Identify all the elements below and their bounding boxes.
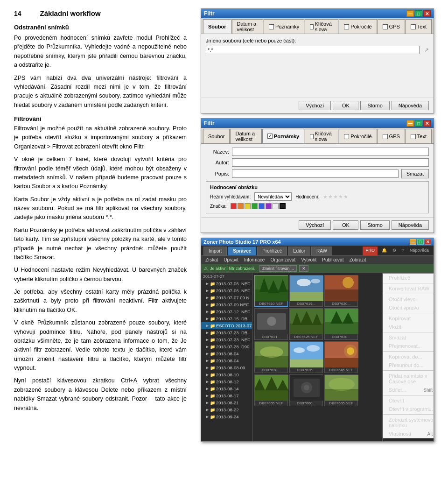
zps-nav-prohli[interactable]: Prohlížeč bbox=[257, 247, 287, 255]
zps-folder-3[interactable]: ▶ 📁 2013-07-07 09 N bbox=[201, 294, 252, 301]
dialog1-filename-input[interactable] bbox=[206, 46, 420, 54]
dialog2-nazev-input[interactable] bbox=[232, 148, 429, 156]
ctx-pridatna[interactable]: Přidat na místo v Časové ose bbox=[383, 372, 434, 386]
dialog2-star4[interactable]: ★ bbox=[338, 194, 343, 200]
dialog2-ok-btn[interactable]: OK bbox=[333, 220, 358, 230]
dialog2-default-btn[interactable]: Výchozí bbox=[299, 220, 331, 230]
zps-folder-5[interactable]: ▶ 📁 2013-07-12_NEF_ bbox=[201, 308, 252, 315]
dialog2-tab-poznamky[interactable]: Poznámky bbox=[262, 129, 304, 143]
dialog2-tab-gps[interactable]: GPS bbox=[378, 129, 405, 143]
zps-folder-16[interactable]: ▶ 📁 2013-08-17 bbox=[201, 392, 252, 399]
zps-maximize-btn[interactable]: □ bbox=[417, 239, 424, 245]
ctx-vlastnosti[interactable]: Vlastnosti Alt+Enter bbox=[383, 430, 434, 438]
thumb-8[interactable]: DB07635... bbox=[289, 341, 323, 373]
dialog2-mode-dropdown[interactable]: Nevyhledávat Přesně Alespoň Nejvýše bbox=[254, 192, 292, 201]
dialog2-color-yellow[interactable] bbox=[245, 203, 251, 209]
zps-nav-spravce[interactable]: Správce bbox=[228, 247, 256, 255]
ctx-kopirovat-do[interactable]: Kopírovat do... Alt+C bbox=[383, 353, 434, 361]
zps-menu-organizovat[interactable]: Organizovat bbox=[267, 256, 298, 263]
dialog1-minimize-btn[interactable]: — bbox=[406, 10, 414, 17]
thumb-9[interactable]: DB07645.NEF bbox=[324, 341, 358, 373]
dialog2-tab-text[interactable]: Text bbox=[406, 129, 432, 143]
zps-folder-11[interactable]: ▶ 📁 2013-08-04 bbox=[201, 357, 252, 364]
zps-nav-help[interactable]: ? bbox=[399, 247, 406, 255]
thumb-10[interactable]: DB07655.NEF bbox=[254, 374, 288, 406]
zps-menu-zobrazit[interactable]: Zobrazit bbox=[346, 256, 369, 263]
dialog1-tab-soubor[interactable]: Soubor bbox=[203, 19, 231, 34]
dialog2-tab-soubor[interactable]: Soubor bbox=[203, 129, 230, 143]
dialog1-default-btn[interactable]: Výchozí bbox=[299, 101, 331, 110]
zps-folder-19[interactable]: ▶ 📁 2013-09-24 bbox=[201, 413, 252, 420]
dialog1-tab-kw[interactable]: Klíčová slova bbox=[305, 19, 338, 34]
dialog2-star3[interactable]: ★ bbox=[333, 194, 338, 200]
zps-nav-import[interactable]: Import bbox=[203, 247, 227, 255]
dialog2-help-btn[interactable]: Nápověda bbox=[392, 220, 429, 230]
zps-minimize-btn[interactable]: — bbox=[410, 239, 416, 245]
ctx-zobrazit[interactable]: Zobrazit systémovou nabídku bbox=[383, 416, 434, 430]
zps-folder-14[interactable]: ▶ 📁 2013-08-12 bbox=[201, 378, 252, 385]
dialog1-tab-poznamky[interactable]: Poznámky bbox=[264, 19, 304, 34]
dialog2-color-red[interactable] bbox=[231, 203, 237, 209]
dialog2-popis-input[interactable] bbox=[232, 169, 399, 178]
dialog2-color-blue[interactable] bbox=[259, 203, 265, 209]
ctx-smazat[interactable]: Smazat Del bbox=[383, 333, 434, 342]
dialog2-tab-kw[interactable]: Klíčová slova bbox=[305, 129, 338, 143]
thumb-2[interactable]: DB07619... bbox=[289, 275, 323, 307]
zps-nav-napoveda[interactable]: Nápověda bbox=[407, 247, 431, 255]
dialog1-maximize-btn[interactable]: □ bbox=[415, 10, 422, 17]
dialog2-tab-pokr[interactable]: Pokročilé bbox=[339, 129, 377, 143]
thumb-5[interactable]: DB07625.NEF bbox=[289, 308, 323, 340]
ctx-konvert[interactable]: Konvertovat RAW bbox=[383, 284, 434, 293]
ctx-prohli[interactable]: Prohlížeč F4 bbox=[383, 274, 434, 282]
zps-folder-4[interactable]: ▶ 📁 2013-07-09 NEF_ bbox=[201, 301, 252, 308]
ctx-otocvlevo[interactable]: Otočit vlevo Ctrl+L bbox=[383, 295, 434, 303]
zps-nav-raw[interactable]: RAW bbox=[311, 247, 332, 255]
zps-folder-13[interactable]: ▶ 📁 2013-08-10 bbox=[201, 371, 252, 378]
dialog2-delete-btn[interactable]: Smazat bbox=[401, 169, 429, 178]
zps-folder-2[interactable]: ▶ 📁 2013-07-06_NEF_ bbox=[201, 287, 252, 294]
dialog2-color-orange[interactable] bbox=[238, 203, 244, 209]
zps-folder-7[interactable]: ▶ 📁 2013-07-23_DB bbox=[201, 329, 252, 336]
ctx-otevrit-v[interactable]: Otevřít v programu... bbox=[383, 405, 434, 413]
zps-nav-editor[interactable]: Editor bbox=[288, 247, 310, 255]
dialog2-color-white[interactable] bbox=[273, 203, 279, 209]
ctx-vlozit[interactable]: Vložit bbox=[383, 323, 434, 331]
zps-menu-upravit[interactable]: Upravit bbox=[221, 256, 241, 263]
dialog1-help-btn[interactable]: Nápověda bbox=[392, 101, 429, 110]
thumb-7[interactable]: DB07630... bbox=[254, 341, 288, 373]
dialog2-cancel-btn[interactable]: Storno bbox=[360, 220, 389, 230]
dialog1-cancel-btn[interactable]: Storno bbox=[360, 101, 389, 110]
zps-folder-6[interactable]: ▶ 📁 2013-07-15_DB bbox=[201, 315, 252, 322]
ctx-sdilet[interactable]: Sdílet... Shift+Enter bbox=[383, 386, 434, 394]
thumb-1[interactable]: DB07610.NEF bbox=[254, 275, 288, 307]
ctx-otevrit[interactable]: Otevřít bbox=[383, 396, 434, 405]
zps-menu-ziskat[interactable]: Získat bbox=[203, 256, 221, 263]
thumb-11[interactable]: DB07660... bbox=[289, 374, 323, 406]
zps-folder-12[interactable]: ▶ 📁 2013-08-08-09 bbox=[201, 364, 252, 371]
zps-menu-publikovat[interactable]: Publikovat bbox=[319, 256, 346, 263]
zps-menu-informace[interactable]: Informace bbox=[241, 256, 267, 263]
thumb-12[interactable]: DB07665.NEF bbox=[324, 374, 358, 406]
dialog2-color-green[interactable] bbox=[252, 203, 258, 209]
dialog2-maximize-btn[interactable]: □ bbox=[415, 120, 422, 127]
thumb-6[interactable]: DB07630... bbox=[324, 308, 358, 340]
thumb-4[interactable]: DB07621... bbox=[254, 308, 288, 340]
dialog1-tab-datum[interactable]: Datum a velikost bbox=[232, 19, 263, 34]
zps-folder-8[interactable]: ▶ 📁 2013-07-23_NEF_ bbox=[201, 336, 252, 343]
dialog2-color-black[interactable] bbox=[280, 203, 286, 209]
dialog2-star1[interactable]: ★ bbox=[323, 194, 328, 200]
dialog1-ok-btn[interactable]: OK bbox=[333, 101, 358, 110]
zps-folder-10[interactable]: ▶ 📁 2013-08-04 bbox=[201, 350, 252, 357]
dialog2-star2[interactable]: ★ bbox=[328, 194, 333, 200]
thumb-3[interactable]: DB07620... bbox=[324, 275, 358, 307]
dialog1-tab-gps[interactable]: GPS bbox=[378, 19, 405, 34]
ctx-otocvpravo[interactable]: Otočit vpravo Ctrl+R bbox=[383, 303, 434, 312]
zps-folder-1[interactable]: ▶ 📁 2013-07-06_NEF_ bbox=[201, 280, 252, 287]
zps-folder-18[interactable]: ▶ 📁 2013-08-22 bbox=[201, 406, 252, 413]
zps-menu-vytvorit[interactable]: Vytvořit bbox=[298, 256, 319, 263]
zps-folder-17[interactable]: ▶ 📁 2013-08-21 bbox=[201, 399, 252, 406]
zps-nav-notifications[interactable]: 🔔 bbox=[379, 247, 389, 255]
dialog2-star5[interactable]: ★ bbox=[343, 194, 348, 200]
dialog2-autor-input[interactable] bbox=[232, 158, 429, 167]
dialog1-tab-text[interactable]: Text bbox=[406, 19, 432, 34]
